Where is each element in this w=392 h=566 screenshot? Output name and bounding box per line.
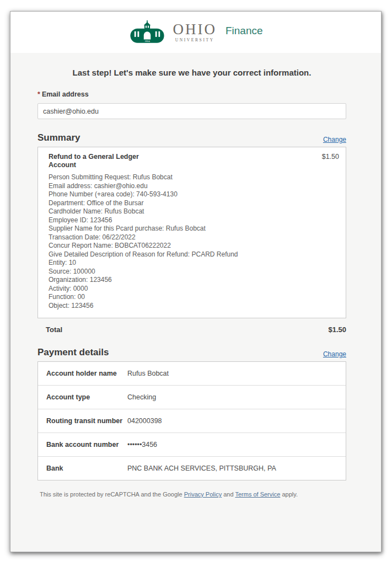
terms-of-service-link[interactable]: Terms of Service [235, 491, 280, 498]
total-label: Total [46, 325, 62, 334]
line-item-details: Person Submitting Request: Rufus BobcatE… [49, 173, 339, 310]
payment-row-value: ••••••3456 [127, 441, 157, 448]
line-item-detail: Supplier Name for this Pcard purchase: R… [49, 225, 339, 233]
cupola-gateway-emblem-icon: 1804 [128, 20, 166, 45]
payment-detail-row: Account holder name Rufus Bobcat [38, 362, 346, 386]
university-wordmark-text: UNIVERSITY [175, 38, 214, 42]
payment-detail-row: Bank PNC BANK ACH SERVICES, PITTSBURGH, … [38, 457, 346, 480]
payment-detail-row: Account type Checking [38, 386, 346, 409]
line-item-detail: Person Submitting Request: Rufus Bobcat [49, 173, 339, 182]
finance-app-label: Finance [225, 25, 263, 37]
line-item-detail: Transaction Date: 06/22/2022 [49, 233, 339, 242]
line-item-detail: Department: Office of the Bursar [49, 199, 339, 208]
recaptcha-disclaimer: This site is protected by reCAPTCHA and … [37, 491, 346, 498]
line-item-amount: $1.50 [322, 153, 339, 161]
required-asterisk: * [37, 90, 40, 98]
email-input[interactable] [37, 103, 346, 119]
payment-row-label: Routing transit number [46, 417, 127, 425]
line-item-detail: Phone Number (+area code): 740-593-4130 [49, 190, 339, 199]
payment-row-label: Bank [46, 464, 127, 472]
payment-details-table: Account holder name Rufus Bobcat Account… [37, 361, 346, 480]
summary-change-link[interactable]: Change [323, 136, 346, 143]
payment-row-label: Account holder name [46, 370, 127, 377]
recaptcha-text-prefix: This site is protected by reCAPTCHA and … [40, 491, 184, 498]
line-item-detail: Entity: 10 [49, 259, 339, 268]
summary-title: Summary [37, 132, 80, 143]
payment-section-header: Payment details Change [37, 347, 346, 358]
privacy-policy-link[interactable]: Privacy Policy [184, 491, 222, 498]
line-item-detail: Source: 100000 [49, 268, 339, 276]
payment-change-link[interactable]: Change [323, 350, 346, 358]
line-item-detail: Activity: 0000 [49, 285, 339, 293]
line-item-name: Refund to a General Ledger Account [49, 153, 164, 169]
payment-row-value: Checking [127, 393, 156, 401]
emblem-year-text: 1804 [145, 40, 151, 42]
line-item-detail: Concur Report Name: BOBCAT06222022 [49, 242, 339, 250]
payment-row-value: Rufus Bobcat [127, 370, 169, 377]
payment-row-label: Bank account number [46, 441, 127, 448]
ohio-university-finance-logo: 1804 OHIO UNIVERSITY Finance [128, 20, 262, 45]
payment-details-title: Payment details [37, 347, 109, 358]
ohio-university-wordmark: OHIO UNIVERSITY [173, 22, 217, 42]
payment-detail-row: Routing transit number 042000398 [38, 409, 346, 433]
checkout-card: 1804 OHIO UNIVERSITY Finance Last step! … [10, 11, 382, 552]
summary-panel: Refund to a General Ledger Account $1.50… [37, 147, 346, 318]
email-field-label: *Email address [37, 90, 346, 98]
page-header: 1804 OHIO UNIVERSITY Finance [10, 12, 381, 53]
line-item-row: Refund to a General Ledger Account $1.50 [49, 153, 339, 169]
line-item-detail: Cardholder Name: Rufus Bobcat [49, 207, 339, 216]
ohio-wordmark-text: OHIO [173, 22, 217, 37]
page-body: Last step! Let's make sure we have your … [10, 53, 381, 552]
total-amount: $1.50 [328, 325, 346, 334]
recaptcha-text-middle: and [222, 491, 235, 498]
payment-row-label: Account type [46, 393, 127, 401]
line-item-detail: Employee ID: 123456 [49, 216, 339, 225]
payment-detail-row: Bank account number ••••••3456 [38, 433, 346, 457]
line-item-detail: Function: 00 [49, 293, 339, 302]
order-total-row: Total $1.50 [37, 318, 346, 334]
email-label-text: Email address [42, 90, 89, 98]
confirmation-headline: Last step! Let's make sure we have your … [37, 68, 346, 77]
line-item-detail: Organization: 123456 [49, 276, 339, 285]
line-item-detail: Email address: cashier@ohio.edu [49, 182, 339, 191]
recaptcha-text-suffix: apply. [280, 491, 298, 498]
payment-row-value: 042000398 [127, 417, 162, 425]
line-item-detail: Give Detailed Description of Reason for … [49, 250, 339, 259]
summary-section-header: Summary Change [37, 132, 346, 143]
payment-row-value: PNC BANK ACH SERVICES, PITTSBURGH, PA [127, 464, 276, 472]
line-item-detail: Object: 123456 [49, 302, 339, 311]
